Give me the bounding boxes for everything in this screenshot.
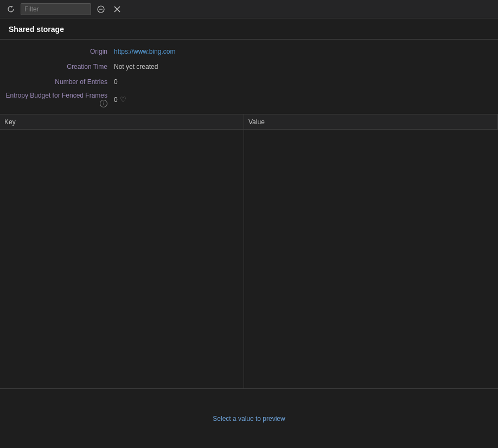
- entropy-value: 0: [114, 96, 118, 104]
- filter-input[interactable]: [21, 3, 91, 15]
- panel-title: Shared storage: [0, 18, 498, 40]
- value-column-header: Value: [244, 114, 498, 129]
- value-column-body: [244, 130, 498, 388]
- table-section: Key Value: [0, 114, 498, 388]
- toolbar: [0, 0, 498, 18]
- entropy-label: Entropy Budget for Fenced Frames i: [0, 92, 114, 107]
- origin-value: https://www.bing.com: [114, 48, 175, 55]
- table-body: [0, 130, 498, 388]
- origin-label: Origin: [0, 48, 114, 55]
- origin-row: Origin https://www.bing.com: [0, 44, 498, 59]
- heart-icon: ♡: [120, 95, 126, 104]
- clear-filter-button[interactable]: [94, 3, 107, 16]
- key-column-body: [0, 130, 244, 388]
- entropy-row: Entropy Budget for Fenced Frames i 0 ♡: [0, 89, 498, 110]
- entropy-value-row: 0 ♡: [114, 95, 126, 104]
- key-column-header: Key: [0, 114, 244, 129]
- refresh-button[interactable]: [4, 3, 17, 16]
- num-entries-row: Number of Entries 0: [0, 74, 498, 89]
- close-button[interactable]: [111, 3, 124, 16]
- preview-section: Select a value to preview: [0, 388, 498, 448]
- preview-text: Select a value to preview: [213, 415, 285, 423]
- num-entries-value: 0: [114, 78, 118, 86]
- table-header: Key Value: [0, 114, 498, 130]
- main-content: Shared storage Origin https://www.bing.c…: [0, 18, 498, 448]
- creation-time-row: Creation Time Not yet created: [0, 59, 498, 74]
- creation-time-label: Creation Time: [0, 63, 114, 71]
- creation-time-value: Not yet created: [114, 63, 158, 71]
- entropy-info-icon[interactable]: i: [100, 100, 107, 107]
- info-section: Origin https://www.bing.com Creation Tim…: [0, 40, 498, 114]
- num-entries-label: Number of Entries: [0, 78, 114, 86]
